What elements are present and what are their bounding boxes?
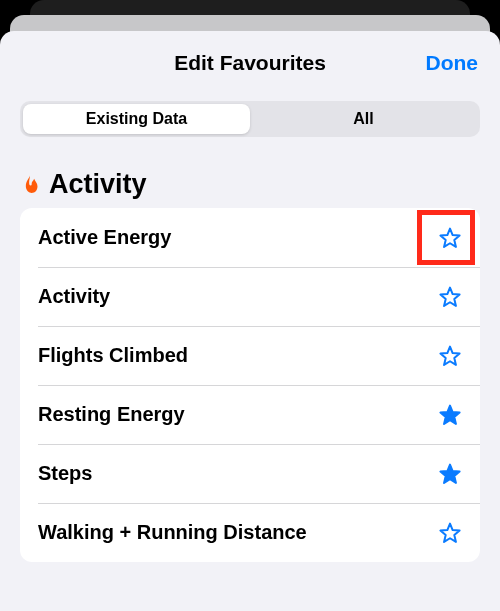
star-outline-icon[interactable]	[438, 521, 462, 545]
list-item-label: Steps	[38, 462, 92, 485]
list-item[interactable]: Resting Energy	[20, 385, 480, 444]
section-header: Activity	[20, 169, 480, 200]
edit-favourites-sheet: Edit Favourites Done Existing Data All A…	[0, 31, 500, 611]
list-item-label: Active Energy	[38, 226, 171, 249]
star-outline-icon[interactable]	[438, 285, 462, 309]
star-outline-icon[interactable]	[438, 344, 462, 368]
segmented-control[interactable]: Existing Data All	[20, 101, 480, 137]
done-button[interactable]: Done	[426, 51, 479, 75]
sheet-header: Edit Favourites Done	[20, 31, 480, 95]
activity-list: Active EnergyActivityFlights ClimbedRest…	[20, 208, 480, 562]
flame-icon	[20, 173, 40, 197]
list-item-label: Walking + Running Distance	[38, 521, 307, 544]
segment-all[interactable]: All	[250, 104, 477, 134]
list-item[interactable]: Walking + Running Distance	[20, 503, 480, 562]
section-title: Activity	[49, 169, 147, 200]
list-item[interactable]: Flights Climbed	[20, 326, 480, 385]
page-title: Edit Favourites	[20, 51, 480, 75]
star-filled-icon[interactable]	[438, 403, 462, 427]
list-item-label: Resting Energy	[38, 403, 185, 426]
list-item[interactable]: Active Energy	[20, 208, 480, 267]
star-filled-icon[interactable]	[438, 462, 462, 486]
list-item-label: Activity	[38, 285, 110, 308]
list-item-label: Flights Climbed	[38, 344, 188, 367]
list-item[interactable]: Activity	[20, 267, 480, 326]
segment-existing-data[interactable]: Existing Data	[23, 104, 250, 134]
star-outline-icon[interactable]	[438, 226, 462, 250]
list-item[interactable]: Steps	[20, 444, 480, 503]
